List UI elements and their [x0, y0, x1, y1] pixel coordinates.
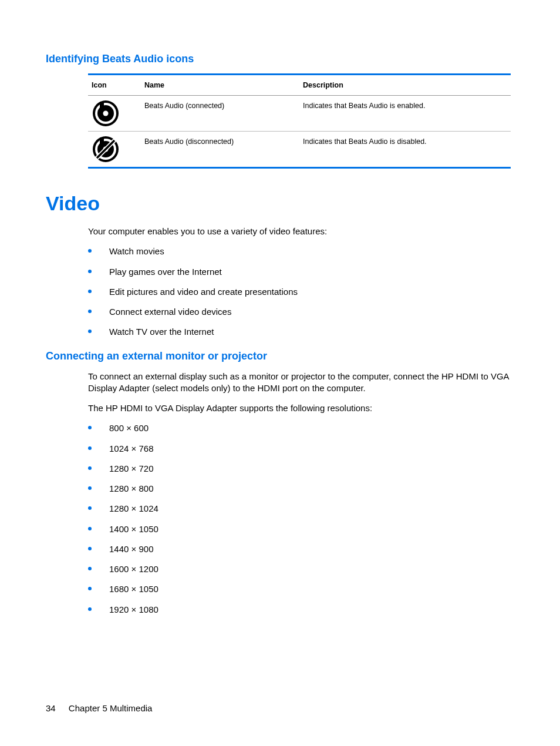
cell-description: Indicates that Beats Audio is enabled. — [299, 96, 511, 132]
svg-point-3 — [103, 111, 109, 116]
list-item: 800 × 600 — [88, 422, 514, 434]
cell-description: Indicates that Beats Audio is disabled. — [299, 132, 511, 168]
page-footer: 34 Chapter 5 Multimedia — [46, 703, 152, 713]
video-intro: Your computer enables you to use a varie… — [88, 226, 514, 237]
th-description: Description — [299, 75, 511, 96]
icons-table: Icon Name Description Beats Audio (conne… — [88, 73, 511, 169]
ext-monitor-para1: To connect an external display such as a… — [88, 371, 514, 395]
list-item: Play games over the Internet — [88, 266, 514, 278]
page-number: 34 — [46, 703, 56, 713]
table-row: Beats Audio (connected) Indicates that B… — [88, 96, 511, 132]
video-features-list: Watch movies Play games over the Interne… — [88, 246, 514, 338]
list-item: Connect external video devices — [88, 306, 514, 318]
list-item: 1680 × 1050 — [88, 583, 514, 595]
list-item: 1280 × 800 — [88, 483, 514, 495]
ext-monitor-para2: The HP HDMI to VGA Display Adapter suppo… — [88, 402, 514, 414]
list-item: 1920 × 1080 — [88, 604, 514, 616]
list-item: 1280 × 1024 — [88, 503, 514, 515]
chapter-label: Chapter 5 Multimedia — [69, 703, 153, 713]
list-item: 1400 × 1050 — [88, 523, 514, 535]
list-item: 1440 × 900 — [88, 543, 514, 555]
list-item: Watch TV over the Internet — [88, 326, 514, 338]
cell-name: Beats Audio (connected) — [141, 96, 299, 132]
heading-video: Video — [46, 192, 514, 215]
list-item: Watch movies — [88, 246, 514, 257]
heading-external-monitor: Connecting an external monitor or projec… — [46, 350, 514, 362]
th-name: Name — [141, 75, 299, 96]
beats-connected-icon — [92, 99, 137, 127]
heading-beats-icons: Identifying Beats Audio icons — [46, 53, 514, 65]
list-item: 1280 × 720 — [88, 463, 514, 475]
beats-disconnected-icon — [92, 135, 137, 163]
cell-name: Beats Audio (disconnected) — [141, 132, 299, 168]
resolutions-list: 800 × 600 1024 × 768 1280 × 720 1280 × 8… — [88, 422, 514, 616]
list-item: 1600 × 1200 — [88, 563, 514, 575]
list-item: Edit pictures and video and create prese… — [88, 286, 514, 298]
th-icon: Icon — [88, 75, 141, 96]
table-row: Beats Audio (disconnected) Indicates tha… — [88, 132, 511, 168]
list-item: 1024 × 768 — [88, 443, 514, 455]
